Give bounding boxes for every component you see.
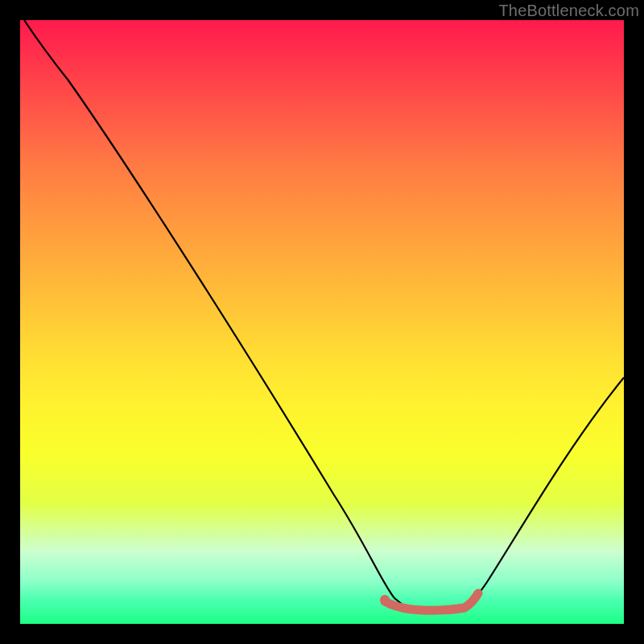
bottleneck-curve-path xyxy=(24,20,624,609)
chart-frame: TheBottleneck.com xyxy=(0,0,644,644)
chart-svg xyxy=(20,20,624,624)
plot-area xyxy=(20,20,624,624)
optimal-indicator-dot xyxy=(380,595,390,605)
watermark-text: TheBottleneck.com xyxy=(498,2,639,20)
